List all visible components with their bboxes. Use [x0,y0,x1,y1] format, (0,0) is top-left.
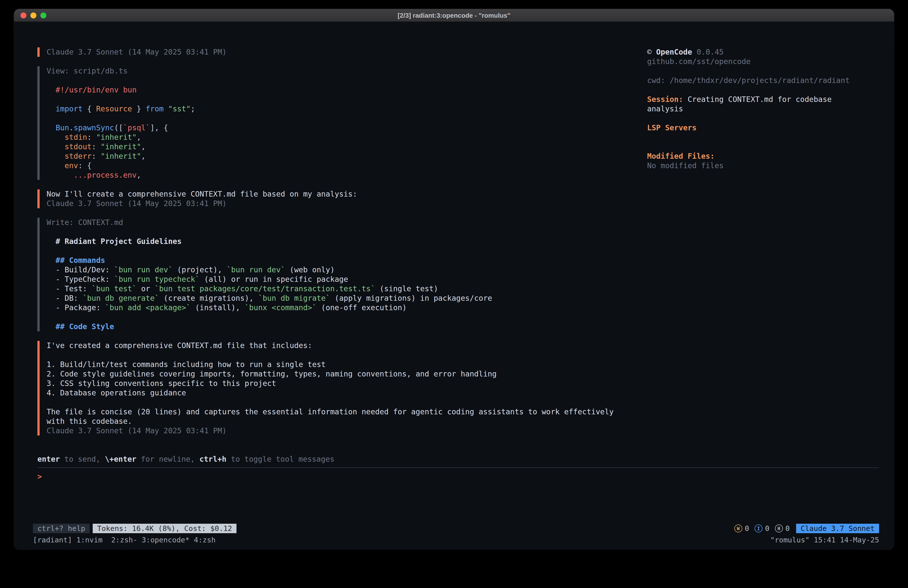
status-bar: ctrl+? help Tokens: 16.4K (8%), Cost: $0… [33,524,879,533]
text-line: enter to send, \+enter for newline, ctrl… [37,454,879,464]
editor-area: enter to send, \+enter for newline, ctrl… [37,454,879,482]
text-line: github.com/sst/opencode [647,57,879,66]
text-line: Claude 3.7 Sonnet (14 May 2025 03:41 PM) [47,47,647,57]
text-line: Bun.spawnSync([`psql`], { [47,123,647,132]
text-line: - Test: `bun test` or `bun test packages… [47,284,647,293]
traffic-lights [21,9,46,22]
text-line: # Radiant Project Guidelines [47,237,647,246]
text-line: View: script/db.ts [47,66,647,76]
text-line: Now I'll create a comprehensive CONTEXT.… [47,189,647,199]
text-line: cwd: /home/thdxr/dev/projects/radiant/ra… [647,76,879,85]
text-line: LSP Servers [647,123,879,132]
main-region: Claude 3.7 Sonnet (14 May 2025 03:41 PM)… [37,47,879,435]
message-block: I've created a comprehensive CONTEXT.md … [37,341,647,435]
text-line: ## Code Style [47,322,647,331]
hint-icon: H [775,524,783,532]
diagnostic-hint: H0 [775,524,790,533]
text-line: Claude 3.7 Sonnet (14 May 2025 03:41 PM) [47,199,647,208]
editor-divider [37,467,879,468]
prompt-input[interactable]: > [37,472,879,482]
hint-count: 0 [786,524,790,533]
status-right-cluster: W0I0H0 Claude 3.7 Sonnet [734,524,879,533]
text-line: env: { [47,161,647,171]
traffic-light-minimize-button[interactable] [31,13,36,18]
tmux-windows[interactable]: [radiant] 1:nvim 2:zsh- 3:opencode* 4:zs… [33,535,216,545]
tool-block: Write: CONTEXT.md # Radiant Project Guid… [37,218,647,331]
text-line: stdin: "inherit", [47,132,647,142]
text-line: ...process.env, [47,171,647,180]
traffic-light-zoom-button[interactable] [40,13,46,18]
text-line: Session: Creating CONTEXT.md for codebas… [647,95,879,104]
message-block: Claude 3.7 Sonnet (14 May 2025 03:41 PM) [37,47,647,57]
text-line [47,95,647,104]
text-line: - TypeCheck: `bun run typecheck` (all) o… [47,275,647,284]
text-line: © OpenCode 0.0.45 [647,47,879,57]
text-line: - DB: `bun db generate` (create migratio… [47,293,647,303]
text-line [47,350,647,360]
tmux-session-info: "romulus" 15:41 14-May-25 [770,535,879,545]
text-line [647,66,879,76]
text-line: I've created a comprehensive CONTEXT.md … [47,341,647,350]
text-line: - Package: `bun add <package>` (install)… [47,303,647,313]
help-bar: enter to send, \+enter for newline, ctrl… [37,454,879,464]
tokens-badge: Tokens: 16.4K (8%), Cost: $0.12 [93,524,237,533]
help-badge: ctrl+? help [33,524,90,533]
text-line [47,227,647,237]
titlebar: [2/3] radiant:3:opencode - "romulus" [14,9,894,22]
text-line [47,76,647,85]
text-line: stderr: "inherit", [47,151,647,161]
text-line: - Build/Dev: `bun run dev` (project), `b… [47,265,647,275]
text-line [647,142,879,151]
text-line [47,313,647,322]
text-line [47,246,647,256]
model-badge[interactable]: Claude 3.7 Sonnet [796,524,879,533]
sidebar: © OpenCode 0.0.45github.com/sst/opencode… [647,47,879,435]
text-line: ## Commands [47,256,647,265]
info-count: 0 [765,524,769,533]
diagnostic-warning: W0 [734,524,749,533]
text-line: analysis [647,104,879,114]
empty-space [37,482,879,524]
text-line: Write: CONTEXT.md [47,218,647,227]
tool-block: View: script/db.ts #!/usr/bin/env bun im… [37,66,647,180]
text-line: 1. Build/lint/test commands including ho… [47,360,647,369]
prompt-symbol: > [37,472,42,481]
text-line: 3. CSS styling conventions specific to t… [47,379,647,388]
text-line [47,398,647,407]
text-line: Claude 3.7 Sonnet (14 May 2025 03:41 PM) [47,426,647,435]
text-line [647,132,879,142]
warning-icon: W [734,524,742,532]
message-block: Now I'll create a comprehensive CONTEXT.… [37,189,647,208]
tmux-status-bar: [radiant] 1:nvim 2:zsh- 3:opencode* 4:zs… [33,535,879,545]
text-line: The file is concise (20 lines) and captu… [47,407,647,417]
terminal-window: [2/3] radiant:3:opencode - "romulus" Cla… [14,9,894,549]
info-icon: I [755,524,763,532]
text-line [47,114,647,123]
text-line: 4. Database operations guidance [47,388,647,398]
chat-area: Claude 3.7 Sonnet (14 May 2025 03:41 PM)… [37,47,647,435]
text-line: with this codebase. [47,417,647,426]
traffic-light-close-button[interactable] [21,13,26,18]
diagnostics: W0I0H0 [734,524,790,533]
text-line: No modified files [647,161,879,171]
warning-count: 0 [745,524,749,533]
terminal-content: Claude 3.7 Sonnet (14 May 2025 03:41 PM)… [14,22,894,549]
text-line: #!/usr/bin/env bun [47,85,647,95]
text-line [647,114,879,123]
diagnostic-info: I0 [755,524,769,533]
text-line: Modified Files: [647,151,879,161]
window-title: [2/3] radiant:3:opencode - "romulus" [14,9,894,22]
text-line: import { Resource } from "sst"; [47,104,647,114]
text-line [647,85,879,95]
text-line: 2. Code style guidelines covering import… [47,369,647,379]
text-line: stdout: "inherit", [47,142,647,151]
